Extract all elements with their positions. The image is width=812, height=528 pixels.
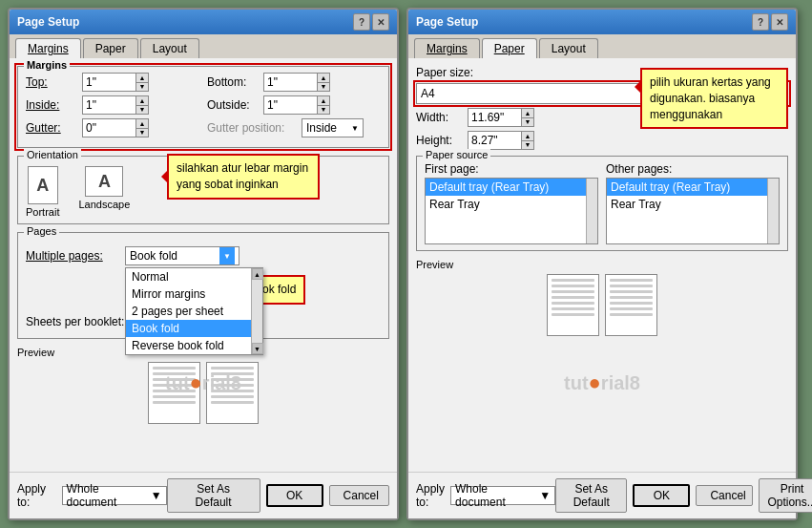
apply-label-right: Apply to:: [416, 482, 445, 509]
popup-item-2pages[interactable]: 2 pages per sheet: [126, 303, 262, 320]
first-page-item-1[interactable]: Default tray (Rear Tray): [426, 179, 597, 196]
height-up-arrow[interactable]: ▲: [522, 132, 533, 141]
bottom-arrows: ▲ ▼: [317, 74, 329, 91]
top-value[interactable]: [83, 74, 135, 91]
preview-line: [153, 367, 196, 370]
ok-btn-left[interactable]: OK: [266, 484, 323, 507]
prev-line: [552, 285, 594, 287]
inside-down-arrow[interactable]: ▼: [136, 106, 148, 115]
prev-line: [610, 313, 653, 316]
prev-line: [610, 296, 653, 299]
gutter-value[interactable]: [83, 119, 135, 137]
tab-layout-right[interactable]: Layout: [539, 38, 598, 58]
bottom-up-arrow[interactable]: ▲: [318, 74, 329, 83]
popup-item-bookfold[interactable]: Book fold: [126, 320, 262, 337]
close-btn-right[interactable]: ✕: [771, 13, 788, 31]
top-field-row: Top: ▲ ▼: [26, 73, 199, 92]
ok-btn-right[interactable]: OK: [633, 484, 690, 507]
inside-up-arrow[interactable]: ▲: [136, 96, 148, 106]
bottom-down-arrow[interactable]: ▼: [318, 83, 329, 92]
outside-arrows: ▲ ▼: [317, 96, 329, 114]
outside-field-row: Outside: ▲ ▼: [207, 95, 381, 115]
help-btn-left[interactable]: ?: [353, 13, 370, 31]
tabs-left: Margins Paper Layout: [10, 34, 397, 58]
height-input[interactable]: ▲ ▼: [468, 131, 534, 150]
width-input[interactable]: ▲ ▼: [468, 108, 534, 127]
preview-line: [153, 378, 196, 381]
set-default-btn-left[interactable]: Set As Default: [167, 478, 260, 513]
tab-paper-right[interactable]: Paper: [482, 38, 537, 58]
top-down-arrow[interactable]: ▼: [136, 83, 148, 92]
first-page-item-2[interactable]: Rear Tray: [426, 196, 597, 213]
height-label: Height:: [416, 134, 464, 147]
width-value[interactable]: [468, 109, 521, 126]
apply-dropdown-left[interactable]: Whole document ▼: [62, 486, 167, 505]
landscape-option[interactable]: A Landscape: [78, 166, 130, 218]
tab-margins-left[interactable]: Margins: [15, 38, 81, 58]
help-btn-right[interactable]: ?: [752, 13, 769, 31]
apply-dropdown-right[interactable]: Whole document ▼: [450, 486, 555, 505]
close-btn-left[interactable]: ✕: [372, 13, 389, 31]
inside-label: Inside:: [26, 98, 78, 112]
multiple-pages-dropdown[interactable]: Book fold ▼: [125, 246, 239, 265]
landscape-icon: A: [85, 166, 123, 197]
other-pages-item-1[interactable]: Default tray (Rear Tray): [607, 179, 779, 196]
bottom-input[interactable]: ▲ ▼: [263, 73, 330, 92]
preview-line: [211, 378, 254, 381]
popup-scroll-up[interactable]: ▲: [252, 268, 263, 280]
gutter-up-arrow[interactable]: ▲: [136, 119, 148, 129]
popup-item-normal[interactable]: Normal: [126, 268, 262, 285]
bottom-label: Bottom:: [207, 75, 260, 89]
other-pages-col: Other pages: Default tray (Rear Tray) Re…: [606, 162, 780, 244]
gutter-input[interactable]: ▲ ▼: [82, 118, 149, 137]
right-col-fields: Bottom: ▲ ▼ Outside:: [207, 73, 381, 141]
other-pages-item-2[interactable]: Rear Tray: [607, 196, 779, 213]
outside-input[interactable]: ▲ ▼: [263, 95, 330, 115]
height-down-arrow[interactable]: ▼: [522, 141, 533, 150]
height-value[interactable]: [468, 132, 521, 149]
popup-item-reversebook[interactable]: Reverse book fold: [126, 337, 262, 354]
apply-value-right: Whole document: [455, 482, 539, 509]
preview-area-left: [17, 362, 389, 424]
prev-line: [610, 279, 653, 282]
first-page-col: First page: Default tray (Rear Tray) Rea…: [425, 162, 598, 244]
tab-layout-left[interactable]: Layout: [140, 38, 199, 58]
cancel-btn-left[interactable]: Cancel: [329, 485, 389, 506]
multiple-pages-row: Multiple pages: Book fold ▼ Normal Mirro…: [26, 246, 381, 265]
popup-scroll-down[interactable]: ▼: [252, 343, 263, 354]
gutter-down-arrow[interactable]: ▼: [136, 129, 148, 137]
bottom-value[interactable]: [264, 74, 317, 91]
preview-line: [211, 390, 254, 392]
popup-item-mirror[interactable]: Mirror margins: [126, 285, 262, 303]
portrait-option[interactable]: A Portrait: [26, 166, 59, 218]
print-options-btn[interactable]: Print Options...: [759, 478, 812, 513]
tab-paper-left[interactable]: Paper: [83, 38, 138, 58]
preview-line: [211, 401, 254, 404]
preview-page-1: [148, 362, 200, 424]
tab-margins-right[interactable]: Margins: [414, 38, 480, 58]
outside-down-arrow[interactable]: ▼: [318, 106, 329, 115]
first-page-list: Default tray (Rear Tray) Rear Tray: [425, 178, 598, 244]
width-down-arrow[interactable]: ▼: [522, 118, 533, 127]
width-up-arrow[interactable]: ▲: [522, 109, 533, 118]
preview-line: [211, 384, 254, 387]
title-bar-buttons-right: ? ✕: [752, 13, 788, 31]
prev-line: [552, 307, 594, 310]
outside-up-arrow[interactable]: ▲: [318, 96, 329, 106]
pages-section-label: Pages: [24, 225, 59, 237]
outside-value[interactable]: [264, 96, 317, 114]
top-arrows: ▲ ▼: [135, 74, 148, 91]
bottom-field-row: Bottom: ▲ ▼: [207, 73, 381, 92]
outside-label: Outside:: [207, 98, 260, 112]
preview-line: [211, 372, 254, 375]
inside-value[interactable]: [83, 96, 135, 114]
top-up-arrow[interactable]: ▲: [136, 74, 148, 83]
cancel-btn-right[interactable]: Cancel: [696, 485, 753, 506]
portrait-label: Portrait: [26, 206, 59, 218]
set-default-btn-right[interactable]: Set As Default: [555, 478, 627, 513]
top-input[interactable]: ▲ ▼: [82, 73, 149, 92]
bottom-buttons-right: Set As Default OK Cancel Print Options..…: [555, 478, 812, 513]
inside-input[interactable]: ▲ ▼: [82, 95, 149, 115]
gutter-pos-select[interactable]: Inside ▼: [302, 118, 364, 137]
top-label: Top:: [26, 75, 78, 89]
